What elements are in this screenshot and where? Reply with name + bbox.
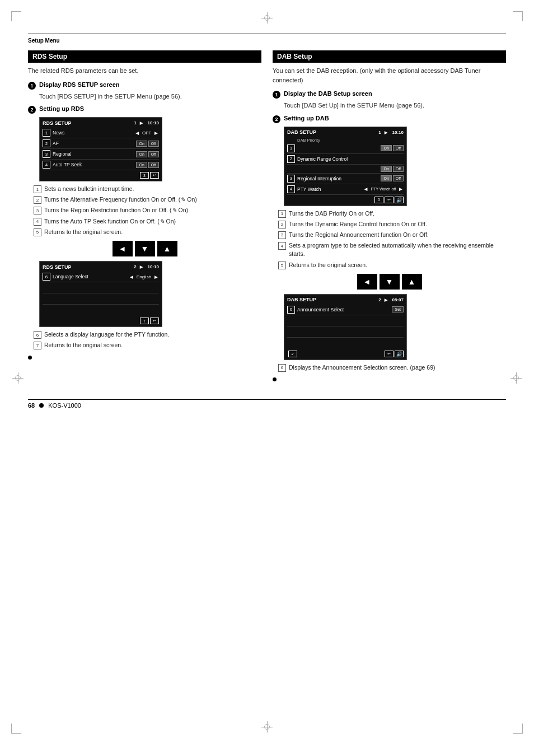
rds-row1-left[interactable]: ◄ bbox=[134, 130, 140, 136]
dab-screen2-page: 2 bbox=[378, 297, 381, 302]
dab-row3-label: Regional Interruption bbox=[297, 176, 381, 181]
rds-screen1-bottom-icon: 3 bbox=[140, 172, 149, 179]
rds-row4-off[interactable]: Off bbox=[148, 162, 159, 168]
dab-screen1: DAB SETUP 1 ► 10:10 DAB Priority 1 On Of… bbox=[284, 127, 407, 206]
rds-screen1-page: 1 bbox=[134, 120, 136, 125]
page-number: 68 bbox=[28, 402, 35, 409]
dab-screen1-arrow: ► bbox=[383, 129, 389, 136]
rds-step1-text: Display RDS SETUP screen bbox=[39, 81, 119, 88]
dab-row6: 6 Announcement Select Set bbox=[287, 305, 404, 315]
rds-row6: 6 Language Select ◄ English ► bbox=[43, 272, 159, 282]
rds-row6-right[interactable]: ► bbox=[153, 274, 159, 280]
rds-items1: 1 Sets a news bulletin interrupt time. 2… bbox=[34, 185, 261, 236]
rds-screen2-arrow: ► bbox=[139, 264, 144, 270]
dab-screen2-bottom-icon2: ↩ bbox=[385, 351, 394, 357]
rds-row4-on[interactable]: On bbox=[136, 162, 147, 168]
rds-row2-off[interactable]: Off bbox=[148, 141, 159, 147]
rds-bullet bbox=[28, 356, 32, 360]
rds-screen2-title: RDS SETUP bbox=[43, 264, 72, 270]
dab-item1: 1 Turns the DAB Priority On or Off. bbox=[278, 209, 506, 218]
dab-screen1-title: DAB SETUP bbox=[287, 129, 316, 135]
dab-screen1-bottom: 5 ↩ 🔊 bbox=[287, 197, 404, 203]
rds-screen1-title: RDS SETUP bbox=[43, 120, 72, 126]
dab-section: DAB Setup You can set the DAB reception.… bbox=[273, 50, 506, 375]
dab-row1: 1 On Off bbox=[287, 143, 404, 154]
rds-row6-value: English bbox=[137, 274, 151, 279]
dab-nav-left-btn[interactable]: ◄ bbox=[357, 274, 377, 290]
dab-nav-down-btn[interactable]: ▼ bbox=[380, 274, 400, 290]
rds-row1: 1 News ◄ OFF ► bbox=[43, 128, 159, 138]
dab-item3: 3 Turns the Regional Announcement functi… bbox=[278, 231, 506, 239]
corner-mark-bl bbox=[11, 724, 21, 734]
rds-item3: 3 Turns the Region Restriction function … bbox=[34, 206, 261, 214]
dab-row4-right[interactable]: ► bbox=[398, 186, 404, 192]
dab-row2: 2 Dynamic Range Control bbox=[287, 154, 404, 165]
rds-row2: 2 AF On Off bbox=[43, 138, 159, 149]
rds-item7: 7 Returns to the original screen. bbox=[34, 341, 261, 349]
dab-screen2-time: 05:07 bbox=[392, 297, 404, 302]
rds-screen2-bottom-num: 7 bbox=[140, 318, 149, 324]
dab-row1-on[interactable]: On bbox=[381, 145, 391, 151]
dab-screen2-bottom-icon3: 🔊 bbox=[395, 351, 404, 357]
dab-title: DAB Setup bbox=[273, 50, 506, 63]
rds-row6-num: 6 bbox=[43, 273, 50, 281]
corner-mark-br bbox=[513, 724, 523, 734]
dab-row4-label: PTY Watch bbox=[297, 186, 363, 192]
rds-step2-text: Setting up RDS bbox=[39, 105, 84, 112]
dab-item2: 2 Turns the Dynamic Range Control functi… bbox=[278, 220, 506, 228]
dab-nav-arrows: ◄ ▼ ▲ bbox=[273, 274, 506, 290]
rds-title: RDS Setup bbox=[28, 50, 261, 63]
rds-row4-label: Auto TP Seek bbox=[53, 162, 136, 167]
rds-row3-num: 3 bbox=[43, 150, 50, 158]
dab-row3-on[interactable]: On bbox=[381, 175, 391, 181]
dab-row1-off[interactable]: Off bbox=[393, 145, 404, 151]
nav-down-btn[interactable]: ▼ bbox=[135, 241, 155, 256]
nav-left-btn[interactable]: ◄ bbox=[113, 241, 133, 256]
rds-row2-on[interactable]: On bbox=[136, 141, 147, 147]
rds-row2-label: AF bbox=[53, 141, 136, 146]
dab-screen2-bottom: ↙ ↩ 🔊 bbox=[287, 351, 404, 357]
dab-screen2-arrow: ► bbox=[383, 297, 389, 303]
rds-screen2-bottom: 7 ↩ bbox=[43, 318, 159, 324]
rds-row6-label: Language Select bbox=[53, 274, 129, 279]
dab-row6-num: 6 bbox=[287, 306, 295, 314]
dab-row6-set[interactable]: Set bbox=[392, 306, 404, 312]
rds-step1-heading: 1 Display RDS SETUP screen bbox=[28, 81, 261, 90]
dab-row4-left[interactable]: ◄ bbox=[363, 186, 369, 192]
dab-step1-text: Display the DAB Setup screen bbox=[284, 90, 372, 97]
dab-screen1-bottom-icon2: ↩ bbox=[385, 197, 394, 203]
rds-row3: 3 Regional On Off bbox=[43, 149, 159, 160]
dab-item6: 6 Displays the Announcement Selection sc… bbox=[278, 363, 506, 372]
rds-row1-value: OFF bbox=[142, 130, 151, 136]
dab-row2-controls: On Off bbox=[287, 165, 404, 174]
page-footer: 68 KOS-V1000 bbox=[28, 402, 506, 409]
right-crosshair bbox=[510, 372, 522, 384]
rds-row1-right[interactable]: ► bbox=[153, 130, 159, 136]
left-crosshair bbox=[12, 372, 24, 384]
rds-row4-num: 4 bbox=[43, 161, 50, 169]
dab-row2-on[interactable]: On bbox=[381, 166, 391, 172]
dab-screen1-bottom-icon1: 5 bbox=[374, 197, 383, 203]
bottom-crosshair bbox=[261, 721, 273, 732]
dab-row6-label: Announcement Select bbox=[297, 307, 392, 312]
rds-step2-num: 2 bbox=[28, 106, 36, 114]
nav-up-btn[interactable]: ▲ bbox=[157, 241, 177, 256]
dab-row2-label: Dynamic Range Control bbox=[297, 156, 404, 162]
rds-row3-off[interactable]: Off bbox=[148, 151, 159, 157]
dab-item5: 5 Returns to the original screen. bbox=[278, 261, 506, 269]
dab-items2: 6 Displays the Announcement Selection sc… bbox=[278, 363, 506, 372]
dab-row2-off[interactable]: Off bbox=[393, 166, 404, 172]
rds-item2: 2 Turns the Alternative Frequency functi… bbox=[34, 195, 261, 204]
rds-row4: 4 Auto TP Seek On Off bbox=[43, 160, 159, 170]
dab-screen2-title: DAB SETUP bbox=[287, 297, 316, 302]
dab-row4-value: PTY Watch off bbox=[371, 187, 396, 191]
rds-row1-label: News bbox=[53, 130, 134, 136]
rds-row3-on[interactable]: On bbox=[136, 151, 147, 157]
dab-row1-num: 1 bbox=[287, 144, 295, 152]
rds-screen1-arrow: ► bbox=[139, 120, 144, 126]
dab-nav-up-btn[interactable]: ▲ bbox=[402, 274, 422, 290]
rds-screen2-page: 2 bbox=[134, 264, 136, 269]
dab-row3-off[interactable]: Off bbox=[393, 175, 404, 181]
rds-row6-left[interactable]: ◄ bbox=[129, 274, 134, 280]
rds-screen1-bottom-icon2: ↩ bbox=[150, 172, 159, 179]
